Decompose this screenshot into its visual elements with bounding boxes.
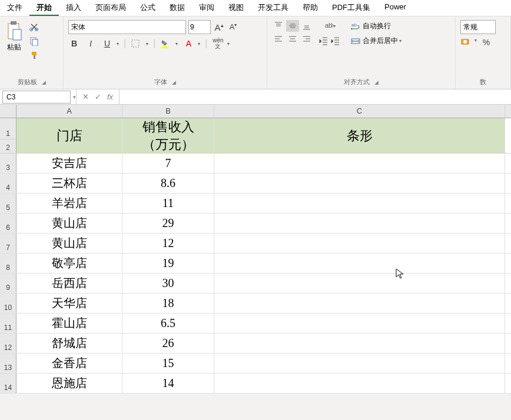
header-cell-sales[interactable]: 销售收入 （万元） <box>122 118 214 153</box>
increase-indent-button[interactable] <box>331 35 340 47</box>
menu-item-5[interactable]: 数据 <box>162 0 192 16</box>
formula-input[interactable] <box>120 89 511 104</box>
cell-bar[interactable] <box>214 174 505 193</box>
menu-item-0[interactable]: 文件 <box>0 0 29 16</box>
cell-bar[interactable] <box>214 234 505 253</box>
merge-center-button[interactable]: 合并后居中▾ <box>349 35 404 47</box>
cell-store[interactable]: 岳西店 <box>16 274 122 293</box>
cell-sales[interactable]: 26 <box>122 334 214 353</box>
increase-font-button[interactable]: A▴ <box>213 22 225 32</box>
cell-store[interactable]: 舒城店 <box>16 334 122 353</box>
row-header-14[interactable]: 14 <box>0 374 16 393</box>
cell-store[interactable]: 三杯店 <box>16 174 122 193</box>
menu-item-7[interactable]: 视图 <box>221 0 251 16</box>
confirm-formula-button[interactable]: ✓ <box>95 92 101 101</box>
orientation-button[interactable]: ab▾ <box>319 20 340 32</box>
cell-store[interactable]: 黄山店 <box>16 234 122 253</box>
italic-button[interactable]: I <box>85 39 97 48</box>
row-header-5[interactable]: 5 <box>0 194 16 213</box>
copy-button[interactable] <box>28 35 40 47</box>
cell-store[interactable]: 天华店 <box>16 294 122 313</box>
cell-store[interactable]: 霍山店 <box>16 314 122 333</box>
cell-sales[interactable]: 8.6 <box>122 174 214 193</box>
align-middle-button[interactable] <box>286 20 299 32</box>
column-header-b[interactable]: B <box>122 105 214 118</box>
row-header-4[interactable]: 4 <box>0 174 16 193</box>
row-header-10[interactable]: 10 <box>0 294 16 313</box>
phonetic-button[interactable]: wén文 <box>212 38 224 49</box>
row-header-8[interactable]: 8 <box>0 254 16 273</box>
cell-sales[interactable]: 6.5 <box>122 314 214 333</box>
cell-sales[interactable]: 30 <box>122 274 214 293</box>
format-painter-button[interactable] <box>28 49 40 61</box>
cell-store[interactable]: 金香店 <box>16 354 122 373</box>
paste-button[interactable]: 粘贴 <box>5 20 24 76</box>
menu-item-1[interactable]: 开始 <box>29 0 59 16</box>
cell-store[interactable]: 羊岩店 <box>16 194 122 213</box>
menu-item-10[interactable]: PDF工具集 <box>325 0 377 16</box>
cell-sales[interactable]: 29 <box>122 214 214 233</box>
menu-item-8[interactable]: 开发工具 <box>251 0 296 16</box>
menu-item-9[interactable]: 帮助 <box>296 0 325 16</box>
clipboard-dialog-launcher[interactable]: ◢ <box>42 79 46 85</box>
wrap-text-button[interactable]: ab自动换行 <box>349 20 404 32</box>
cell-bar[interactable] <box>214 374 505 393</box>
header-cell-bar[interactable]: 条形 <box>214 118 505 153</box>
header-cell-store[interactable]: 门店 <box>16 118 122 153</box>
border-dropdown[interactable]: ▾ <box>146 41 148 46</box>
font-color-button[interactable]: A <box>182 39 194 48</box>
row-header-2[interactable]: 2 <box>0 139 16 153</box>
cell-sales[interactable]: 7 <box>122 154 214 173</box>
percent-button[interactable]: % <box>480 38 492 47</box>
align-top-button[interactable] <box>272 20 285 32</box>
font-dialog-launcher[interactable]: ◢ <box>172 79 176 85</box>
cell-sales[interactable]: 15 <box>122 354 214 373</box>
menu-item-4[interactable]: 公式 <box>133 0 162 16</box>
cell-bar[interactable] <box>214 254 505 273</box>
number-format-select[interactable] <box>460 20 496 34</box>
align-right-button[interactable] <box>300 33 313 45</box>
column-header-a[interactable]: A <box>16 105 122 118</box>
alignment-dialog-launcher[interactable]: ◢ <box>374 79 379 85</box>
row-header-13[interactable]: 13 <box>0 354 16 373</box>
select-all-corner[interactable] <box>0 105 16 118</box>
row-header-9[interactable]: 9 <box>0 274 16 293</box>
cancel-formula-button[interactable]: ✕ <box>82 92 89 101</box>
column-header-c[interactable]: C <box>214 105 505 118</box>
font-size-select[interactable] <box>188 20 211 34</box>
cell-sales[interactable]: 11 <box>122 194 214 213</box>
cell-bar[interactable] <box>214 274 505 293</box>
cell-bar[interactable] <box>214 294 505 313</box>
insert-function-button[interactable]: fx <box>107 92 113 101</box>
align-left-button[interactable] <box>272 33 285 45</box>
row-header-3[interactable]: 3 <box>0 154 16 173</box>
cell-bar[interactable] <box>214 314 505 333</box>
cell-store[interactable]: 敬亭店 <box>16 254 122 273</box>
fill-color-button[interactable] <box>160 39 172 48</box>
decrease-indent-button[interactable] <box>319 35 328 47</box>
row-header-7[interactable]: 7 <box>0 234 16 253</box>
cell-bar[interactable] <box>214 154 505 173</box>
row-header-11[interactable]: 11 <box>0 314 16 333</box>
decrease-font-button[interactable]: A▾ <box>227 22 239 31</box>
phonetic-dropdown[interactable]: ▾ <box>227 41 230 46</box>
menu-item-6[interactable]: 审阅 <box>192 0 221 16</box>
underline-button[interactable]: U <box>101 39 113 48</box>
align-center-button[interactable] <box>286 33 299 45</box>
cell-sales[interactable]: 12 <box>122 234 214 253</box>
cell-bar[interactable] <box>214 354 505 373</box>
menu-item-3[interactable]: 页面布局 <box>88 0 133 16</box>
cell-bar[interactable] <box>214 194 505 213</box>
cell-store[interactable]: 恩施店 <box>16 374 122 393</box>
underline-dropdown[interactable]: ▾ <box>117 41 119 46</box>
row-header-12[interactable]: 12 <box>0 334 16 353</box>
menu-item-11[interactable]: Power <box>377 0 413 16</box>
menu-item-2[interactable]: 插入 <box>59 0 88 16</box>
accounting-format-button[interactable] <box>460 38 472 47</box>
cell-store[interactable]: 安吉店 <box>16 154 122 173</box>
row-header-1[interactable]: 1 <box>0 118 16 139</box>
cell-sales[interactable]: 18 <box>122 294 214 313</box>
fontcolor-dropdown[interactable]: ▾ <box>198 41 200 46</box>
cell-bar[interactable] <box>214 214 505 233</box>
cell-store[interactable]: 黄山店 <box>16 214 122 233</box>
